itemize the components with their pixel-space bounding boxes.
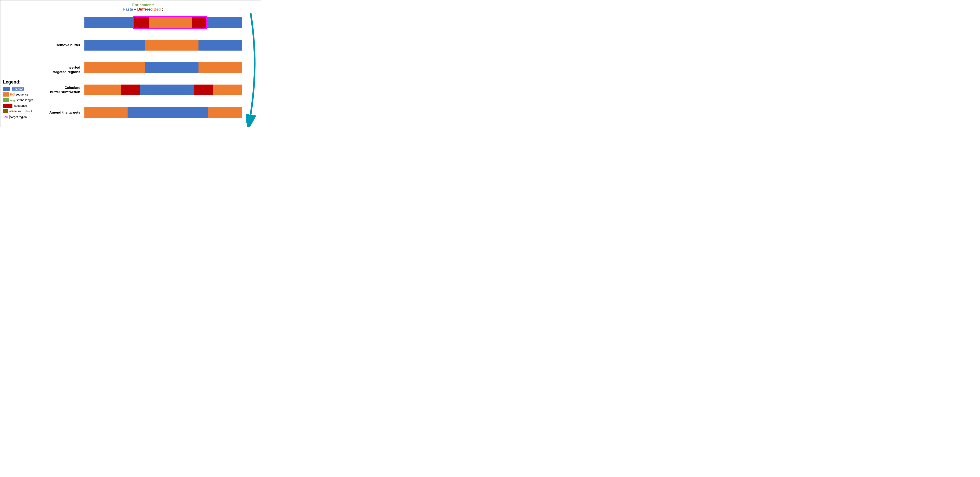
step-row-0 xyxy=(44,13,242,33)
bar-container-0 xyxy=(84,17,242,28)
bar-1 xyxy=(84,40,242,51)
seg-genome-right-0 xyxy=(207,17,242,28)
as-dark-prefix: AS xyxy=(9,110,13,113)
seg-genome-3 xyxy=(140,84,194,95)
seg-buffer-left-0 xyxy=(133,17,149,28)
bar-2 xyxy=(84,62,242,73)
bar-0 xyxy=(84,17,242,28)
bar-3 xyxy=(84,84,242,95)
step-label-4: Amend the targets xyxy=(44,110,84,114)
roi-label: sequence xyxy=(16,93,29,96)
enrichment-line1: Enrichment: xyxy=(44,3,242,7)
avg-color-box xyxy=(3,98,9,102)
bar-container-2 xyxy=(84,62,242,73)
plus-text: + xyxy=(134,7,137,11)
enrichment-line2: Fasta + Buffered Bed : xyxy=(44,7,242,12)
as-dark-color-box xyxy=(3,109,8,113)
bar-container-3 xyxy=(84,84,242,95)
seg-buffer-right-0 xyxy=(192,17,207,28)
main-container: Legend: Genome ROI sequence Avg. strand … xyxy=(0,0,261,127)
legend-item-as-dark: AS decision chunk xyxy=(3,109,40,113)
seg-roi-left-4 xyxy=(84,107,127,118)
step-row-1: Remove buffer xyxy=(44,35,242,55)
seg-genome-1 xyxy=(84,40,145,51)
seg-roi-right-3 xyxy=(213,84,242,95)
legend-item-roi: ROI sequence xyxy=(3,92,40,97)
avg-label: strand length xyxy=(16,98,33,102)
legend-panel: Legend: Genome ROI sequence Avg. strand … xyxy=(0,0,42,127)
seg-roi-right-4 xyxy=(208,107,242,118)
curved-arrow-svg xyxy=(247,0,261,127)
legend-item-buffer: sequence xyxy=(3,104,40,108)
colon-text: : xyxy=(162,7,163,11)
buffer-color-box xyxy=(3,104,13,108)
roi-prefix: ROI xyxy=(10,93,15,96)
step-label-1: Remove buffer xyxy=(44,43,84,47)
legend-item-genome: Genome xyxy=(3,87,40,91)
bar-4 xyxy=(84,107,242,118)
legend-title: Legend: xyxy=(3,79,40,85)
step-label-3: Calculatebuffer subtraction xyxy=(44,86,84,95)
seg-buffer-right-3 xyxy=(194,84,213,95)
legend-item-target-region: AS target region xyxy=(3,115,40,119)
avg-prefix: Avg. xyxy=(10,99,16,102)
roi-color-box xyxy=(3,92,9,97)
as-dark-label: decision chunk xyxy=(13,109,33,113)
fasta-text: Fasta xyxy=(123,7,133,11)
target-region-label: target region xyxy=(10,116,27,119)
buffer-label: sequence xyxy=(14,104,27,107)
seg-buffer-left-3 xyxy=(121,84,140,95)
seg-roi-0 xyxy=(149,17,192,28)
seg-genome-4 xyxy=(127,107,208,118)
target-region-box: AS xyxy=(3,115,10,119)
legend-item-avg: Avg. strand length xyxy=(3,98,40,102)
buffered-text: Buffered xyxy=(137,7,153,11)
genome-label: Genome xyxy=(12,87,24,90)
bar-container-1 xyxy=(84,40,242,51)
step-label-2: Invertedtargeted regions xyxy=(44,61,84,74)
seg-roi-right-2 xyxy=(199,62,242,73)
seg-roi-left-2 xyxy=(84,62,145,73)
bed-text: Bed xyxy=(154,7,161,11)
seg-genome-2 xyxy=(145,62,199,73)
seg-genome-0 xyxy=(84,17,133,28)
arrow-panel xyxy=(247,0,261,127)
enrichment-header: Enrichment: Fasta + Buffered Bed : xyxy=(44,3,242,12)
step-row-4: Amend the targets xyxy=(44,102,242,123)
seg-roi-left-3 xyxy=(84,84,121,95)
step-row-2: Invertedtargeted regions xyxy=(44,57,242,78)
bar-container-4 xyxy=(84,107,242,118)
genome-color-box xyxy=(3,87,10,91)
diagram-panel: Enrichment: Fasta + Buffered Bed : xyxy=(42,0,247,127)
seg-genome-right-1 xyxy=(199,40,242,51)
seg-roi-1 xyxy=(145,40,199,51)
step-row-3: Calculatebuffer subtraction xyxy=(44,80,242,100)
